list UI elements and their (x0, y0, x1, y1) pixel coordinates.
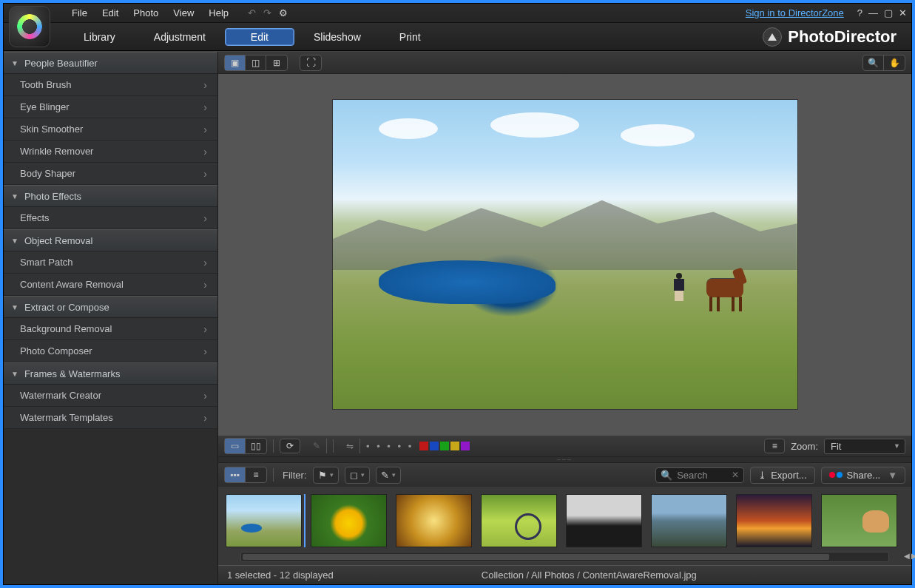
group-header[interactable]: ▼People Beautifier (4, 52, 217, 74)
tool-item[interactable]: Effects› (4, 207, 217, 229)
minimize-icon[interactable]: — (868, 7, 878, 18)
scroll-right-icon[interactable]: ▶ (911, 552, 915, 560)
tool-item[interactable]: Body Shaper› (4, 163, 217, 185)
tool-item[interactable]: Skin Smoother› (4, 118, 217, 141)
export-button[interactable]: ⤓ Export... (750, 467, 814, 484)
undo-icon[interactable]: ↶ (248, 7, 256, 18)
menu-view[interactable]: View (166, 4, 201, 22)
tool-item[interactable]: Photo Composer› (4, 340, 217, 362)
menu-file[interactable]: File (64, 4, 95, 22)
group-header[interactable]: ▼Extract or Compose (4, 296, 217, 318)
brand-label: PhotoDirector (788, 27, 897, 47)
view-grid-icon[interactable]: ⊞ (266, 55, 287, 70)
search-icon: 🔍 (661, 470, 672, 481)
thumbnail[interactable] (481, 494, 557, 547)
menu-bar: File Edit Photo View Help ↶ ↷ ⚙ Sign in … (4, 4, 911, 23)
dual-pane-icon[interactable]: ▯▯ (246, 439, 266, 453)
tab-edit[interactable]: Edit (225, 28, 294, 46)
breadcrumb: Collection / All Photos / ContentAwareRe… (482, 570, 697, 581)
tool-item[interactable]: Wrinkle Remover› (4, 141, 217, 163)
fullscreen-icon[interactable]: ⛶ (300, 55, 322, 71)
status-bar: 1 selected - 12 displayed Collection / A… (218, 565, 911, 584)
menu-edit[interactable]: Edit (95, 4, 126, 22)
tab-slideshow[interactable]: Slideshow (294, 23, 380, 50)
thumbnail[interactable] (566, 494, 642, 547)
thumbnail[interactable] (311, 494, 387, 547)
crop-icon[interactable]: ✎ (306, 439, 327, 453)
rotate-icon[interactable]: ⟳ (280, 439, 300, 453)
hand-tool-icon[interactable]: ✋ (884, 55, 905, 70)
canvas[interactable] (218, 74, 911, 435)
share-icon (829, 472, 843, 478)
compare-toolbar: ▭ ▯▯ ⟳ ✎ ⇋ • • • • • ≡ Zoom: Fit (218, 435, 911, 457)
view-single-icon[interactable]: ▣ (225, 55, 246, 70)
thumb-small-icon[interactable]: ▪▪▪ (225, 467, 246, 482)
single-pane-icon[interactable]: ▭ (225, 439, 246, 453)
upload-icon[interactable] (763, 27, 782, 47)
share-button[interactable]: Share... ▼ (821, 467, 905, 484)
app-window: File Edit Photo View Help ↶ ↷ ⚙ Sign in … (3, 3, 912, 585)
zoom-label: Zoom: (791, 441, 818, 452)
tool-item[interactable]: Watermark Templates› (4, 407, 217, 429)
close-icon[interactable]: ✕ (899, 7, 907, 18)
redo-icon[interactable]: ↷ (263, 7, 271, 18)
scroll-left-icon[interactable]: ◀ (904, 552, 910, 560)
view-toolbar: ▣ ◫ ⊞ ⛶ 🔍 ✋ (218, 52, 911, 74)
zoom-tool-icon[interactable]: 🔍 (863, 55, 884, 70)
filter-toolbar: ▪▪▪ ≡ Filter: ⚑▾ ◻▾ ✎▾ 🔍 Search ✕ ⤓ E (218, 463, 911, 487)
filter-label: Filter: (283, 470, 307, 481)
color-swatch[interactable] (461, 442, 470, 450)
filmstrip: ◀▶ (218, 487, 911, 565)
photo-preview (332, 99, 798, 410)
group-header[interactable]: ▼Object Removal (4, 229, 217, 251)
color-swatch[interactable] (440, 442, 449, 450)
color-swatch[interactable] (419, 442, 428, 450)
group-header[interactable]: ▼Frames & Watermarks (4, 362, 217, 385)
brand: PhotoDirector (763, 27, 911, 47)
thumbnail[interactable] (821, 494, 897, 547)
splitter-handle[interactable]: ┄┄┄ (218, 457, 911, 463)
thumbnail[interactable] (736, 494, 812, 547)
app-logo (9, 6, 50, 47)
help-icon[interactable]: ? (857, 7, 862, 18)
sort-icon[interactable]: ≡ (764, 439, 785, 453)
tool-item[interactable]: Tooth Brush› (4, 74, 217, 96)
clear-search-icon[interactable]: ✕ (732, 470, 739, 480)
tool-item[interactable]: Smart Patch› (4, 251, 217, 274)
color-swatch[interactable] (430, 442, 439, 450)
tool-item[interactable]: Content Aware Removal› (4, 274, 217, 296)
tool-item[interactable]: Eye Blinger› (4, 96, 217, 118)
search-input[interactable]: 🔍 Search ✕ (655, 467, 744, 483)
filter-flag[interactable]: ⚑▾ (313, 467, 339, 484)
selection-status: 1 selected - 12 displayed (227, 570, 334, 581)
rating-dots[interactable]: • • • • • (366, 441, 413, 452)
maximize-icon[interactable]: ▢ (884, 7, 893, 18)
thumbnail[interactable] (226, 494, 302, 547)
tool-item[interactable]: Background Removal› (4, 318, 217, 340)
thumbnail[interactable] (396, 494, 472, 547)
tools-sidebar: ▼People BeautifierTooth Brush›Eye Blinge… (4, 52, 218, 584)
main-panel: ▣ ◫ ⊞ ⛶ 🔍 ✋ (218, 52, 911, 584)
signin-link[interactable]: Sign in to DirectorZone (746, 7, 844, 18)
tab-library[interactable]: Library (64, 23, 135, 50)
module-tabs: Library Adjustment Edit Slideshow Print … (4, 23, 911, 51)
view-compare-icon[interactable]: ◫ (246, 55, 266, 70)
tab-adjustment[interactable]: Adjustment (135, 23, 225, 50)
zoom-select[interactable]: Fit (824, 439, 905, 454)
filter-label-color[interactable]: ◻▾ (345, 467, 370, 484)
filter-edited[interactable]: ✎▾ (376, 467, 401, 484)
color-swatch[interactable] (450, 442, 459, 450)
tool-item[interactable]: Watermark Creator› (4, 385, 217, 407)
group-header[interactable]: ▼Photo Effects (4, 185, 217, 207)
menu-photo[interactable]: Photo (126, 4, 166, 22)
settings-icon[interactable]: ⚙ (279, 7, 288, 18)
menu-help[interactable]: Help (201, 4, 236, 22)
export-icon: ⤓ (758, 470, 766, 481)
thumbnail[interactable] (651, 494, 727, 547)
flip-icon[interactable]: ⇋ (340, 439, 360, 453)
filmstrip-scrollbar[interactable] (240, 552, 889, 562)
thumb-list-icon[interactable]: ≡ (246, 467, 266, 482)
tab-print[interactable]: Print (380, 23, 440, 50)
color-labels[interactable] (419, 442, 470, 450)
